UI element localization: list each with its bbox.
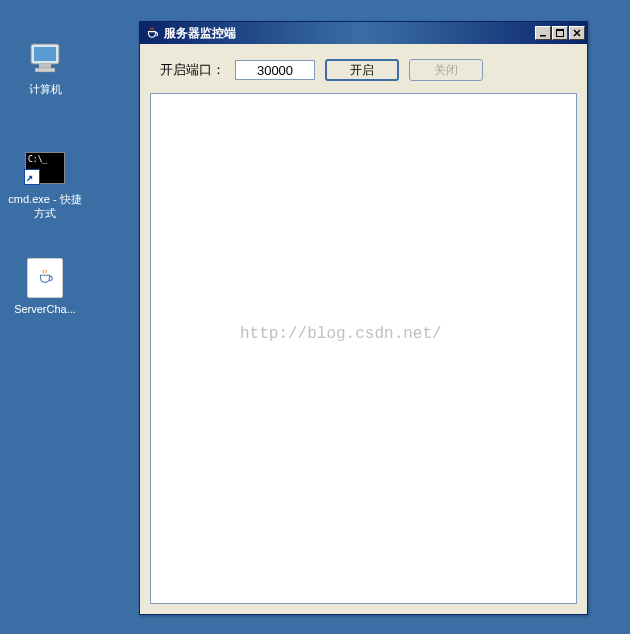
log-textarea[interactable] — [151, 94, 576, 603]
svg-rect-4 — [540, 35, 546, 37]
svg-rect-6 — [557, 30, 564, 32]
desktop-icon-label: 计算机 — [5, 82, 85, 96]
port-label: 开启端口： — [160, 61, 225, 79]
log-area-container — [150, 93, 577, 604]
desktop-icon-computer[interactable]: 计算机 — [5, 38, 85, 96]
maximize-button[interactable] — [552, 26, 568, 40]
app-window: 服务器监控端 开启端口： 开启 关闭 — [139, 21, 588, 615]
titlebar[interactable]: 服务器监控端 — [140, 22, 587, 44]
cmd-icon: C:\_↗ — [25, 148, 65, 188]
svg-rect-1 — [34, 47, 56, 61]
minimize-button[interactable] — [535, 26, 551, 40]
computer-icon — [25, 38, 65, 78]
close-server-button[interactable]: 关闭 — [409, 59, 483, 81]
desktop-icon-label: cmd.exe - 快捷方式 — [5, 192, 85, 221]
close-button[interactable] — [569, 26, 585, 40]
window-title: 服务器监控端 — [164, 25, 535, 42]
java-icon — [144, 25, 160, 41]
open-button[interactable]: 开启 — [325, 59, 399, 81]
control-row: 开启端口： 开启 关闭 — [150, 54, 577, 93]
svg-rect-3 — [35, 68, 55, 72]
desktop-icon-cmd[interactable]: C:\_↗ cmd.exe - 快捷方式 — [5, 148, 85, 221]
window-body: 开启端口： 开启 关闭 — [140, 44, 587, 614]
java-file-icon — [25, 258, 65, 298]
desktop-icon-label: ServerCha... — [5, 302, 85, 316]
svg-rect-2 — [39, 64, 51, 68]
desktop-icon-java-file[interactable]: ServerCha... — [5, 258, 85, 316]
window-controls — [535, 26, 585, 40]
port-input[interactable] — [235, 60, 315, 80]
